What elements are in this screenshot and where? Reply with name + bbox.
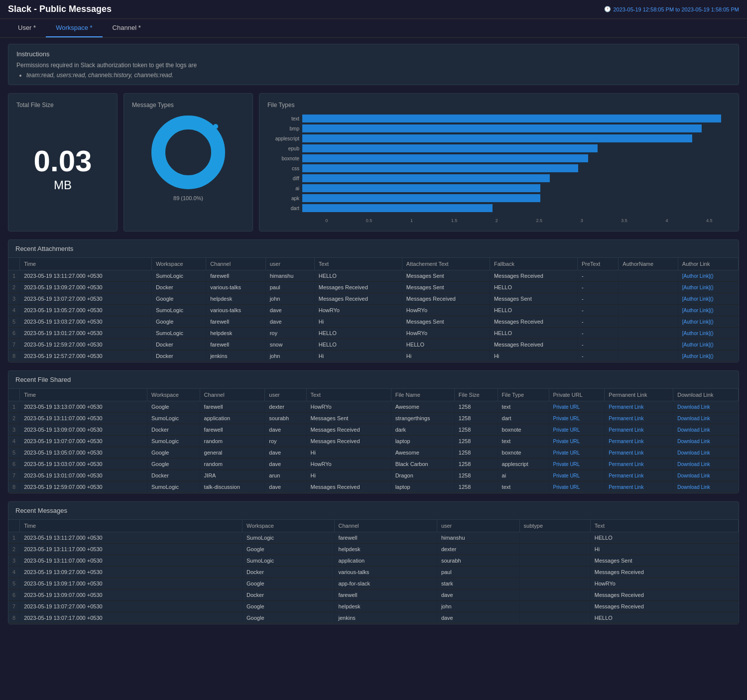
table-header: Text xyxy=(314,258,402,270)
table-cell: Private URL xyxy=(549,413,605,424)
table-cell: - xyxy=(577,316,618,328)
table-header: Attachement Text xyxy=(402,258,490,270)
bar-row: boxnote xyxy=(267,154,731,162)
table-cell: 1258 xyxy=(454,436,498,447)
tab-workspace[interactable]: Workspace * xyxy=(46,19,102,37)
bar-track xyxy=(302,164,731,172)
table-cell: boxnote xyxy=(498,424,549,436)
table-cell: [Author Link]() xyxy=(678,316,738,328)
table-cell: Messages Sent xyxy=(402,316,490,328)
table-cell: Docker xyxy=(151,282,206,293)
table-cell: Hi xyxy=(402,350,490,362)
donut-chart xyxy=(148,113,228,192)
bar-track xyxy=(302,204,731,212)
table-cell: 7 xyxy=(8,339,20,350)
table-cell xyxy=(619,339,678,350)
bar-fill xyxy=(302,194,540,202)
file-size-title: Total File Size xyxy=(16,102,54,109)
table-cell: Private URL xyxy=(549,436,605,447)
page-title: Slack - Public Messages xyxy=(8,4,112,14)
table-cell: SumoLogic xyxy=(147,481,200,493)
table-row: 12023-05-19 13:11:27.000 +0530SumoLogicf… xyxy=(8,270,739,282)
recent-file-shared-table: TimeWorkspaceChanneluserTextFile NameFil… xyxy=(8,389,739,493)
table-row: 42023-05-19 13:05:27.000 +0530SumoLogicv… xyxy=(8,305,739,316)
donut-label: 89 (100.0%) xyxy=(173,195,203,201)
recent-file-shared-section: Recent File Shared TimeWorkspaceChannelu… xyxy=(8,370,739,493)
table-cell xyxy=(519,532,590,544)
table-cell: Messages Sent xyxy=(306,413,391,424)
table-cell: SumoLogic xyxy=(243,532,335,544)
table-cell: 2023-05-19 13:07:07.000 +0530 xyxy=(20,436,147,447)
table-cell xyxy=(619,305,678,316)
table-cell: helpdesk xyxy=(206,293,265,305)
table-cell: Permanent Link xyxy=(605,401,673,413)
metrics-row: Total File Size 0.03 MB Message Types 89… xyxy=(8,93,739,232)
table-cell: HELLO xyxy=(590,612,738,624)
bar-track xyxy=(302,184,731,192)
bar-label: boxnote xyxy=(267,156,302,161)
table-cell: Hi xyxy=(306,447,391,459)
table-cell: 6 xyxy=(8,328,20,339)
table-cell: 5 xyxy=(8,316,20,328)
table-cell: dave xyxy=(265,305,314,316)
bar-fill xyxy=(302,154,588,162)
table-row: 42023-05-19 13:07:07.000 +0530SumoLogicr… xyxy=(8,436,739,447)
bar-label: diff xyxy=(267,176,302,181)
tab-user[interactable]: User * xyxy=(8,19,46,37)
table-header: File Type xyxy=(498,389,549,401)
table-cell: HowRYo xyxy=(306,459,391,470)
table-row: 22023-05-19 13:11:07.000 +0530SumoLogica… xyxy=(8,413,739,424)
time-range: 🕐 2023-05-19 12:58:05 PM to 2023-05-19 1… xyxy=(604,6,739,12)
table-cell: Permanent Link xyxy=(605,436,673,447)
table-cell: 2023-05-19 13:05:27.000 +0530 xyxy=(20,305,152,316)
axis-label: 2.5 xyxy=(518,218,560,223)
tab-channel[interactable]: Channel * xyxy=(103,19,151,37)
table-cell: john xyxy=(437,601,519,612)
table-cell: Messages Received xyxy=(306,424,391,436)
instructions-box: Instructions Permissions required in Sla… xyxy=(8,44,739,85)
table-cell: - xyxy=(577,350,618,362)
table-cell: 1258 xyxy=(454,459,498,470)
table-cell: [Author Link]() xyxy=(678,293,738,305)
table-cell: Google xyxy=(243,601,335,612)
message-types-card: Message Types 89 (100.0%) xyxy=(124,93,253,232)
table-header: File Name xyxy=(391,389,454,401)
table-cell: 2023-05-19 13:07:17.000 +0530 xyxy=(20,612,243,624)
table-cell: 1258 xyxy=(454,481,498,493)
table-row: 62023-05-19 13:01:27.000 +0530SumoLogich… xyxy=(8,328,739,339)
table-cell: dexter xyxy=(265,401,306,413)
table-cell: 2023-05-19 13:11:17.000 +0530 xyxy=(20,544,243,555)
bar-row: bmp xyxy=(267,124,731,132)
table-cell: 2023-05-19 13:09:27.000 +0530 xyxy=(20,282,152,293)
axis-label: 0 xyxy=(305,218,348,223)
table-cell: 7 xyxy=(8,601,20,612)
table-cell: various-talks xyxy=(206,305,265,316)
table-cell: 2023-05-19 12:57:27.000 +0530 xyxy=(20,350,152,362)
bar-fill xyxy=(302,115,721,122)
donut-container: 89 (100.0%) xyxy=(132,113,245,201)
table-cell: Messages Sent xyxy=(490,293,577,305)
table-cell: application xyxy=(334,555,437,567)
table-cell: Dragon xyxy=(391,470,454,481)
table-cell: Docker xyxy=(151,339,206,350)
table-cell: Download Link xyxy=(673,447,739,459)
table-cell: random xyxy=(200,459,265,470)
table-cell: farewell xyxy=(206,270,265,282)
table-cell: talk-discussion xyxy=(200,481,265,493)
main-content: Instructions Permissions required in Sla… xyxy=(0,38,747,638)
table-cell: Messages Received xyxy=(314,282,402,293)
bar-row: ai xyxy=(267,184,731,192)
instructions-title: Instructions xyxy=(16,50,731,58)
table-cell: Black Carbon xyxy=(391,459,454,470)
table-cell: [Author Link]() xyxy=(678,328,738,339)
table-cell: HowRYo xyxy=(402,305,490,316)
recent-messages-table: TimeWorkspaceChannelusersubtypeText12023… xyxy=(8,520,739,624)
table-cell: Messages Received xyxy=(490,339,577,350)
table-cell: Messages Received xyxy=(306,481,391,493)
table-header: Author Link xyxy=(678,258,738,270)
bar-label: css xyxy=(267,166,302,171)
table-cell: dave xyxy=(265,447,306,459)
axis-label: 4 xyxy=(645,218,688,223)
bar-track xyxy=(302,115,731,122)
bar-row: epub xyxy=(267,144,731,152)
